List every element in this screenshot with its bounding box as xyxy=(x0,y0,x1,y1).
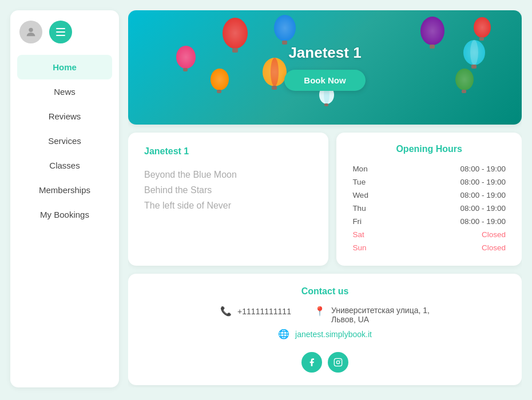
info-line-1: Beyond the Blue Moon xyxy=(144,167,312,182)
hours-day-wed: Wed xyxy=(352,191,368,199)
svg-point-7 xyxy=(176,46,196,69)
svg-point-13 xyxy=(263,58,287,86)
svg-rect-16 xyxy=(272,86,277,90)
svg-point-34 xyxy=(336,361,339,363)
svg-point-27 xyxy=(474,17,491,38)
menu-button[interactable] xyxy=(49,21,72,43)
svg-rect-29 xyxy=(479,37,484,41)
sidebar-item-memberships[interactable]: Memberships xyxy=(10,178,119,202)
svg-rect-6 xyxy=(282,41,287,45)
hours-row-wed: Wed 08:00 - 19:00 xyxy=(352,189,506,202)
contact-phone-row: 📞 +11111111111 xyxy=(220,306,291,317)
hours-day-fri: Fri xyxy=(352,217,362,226)
svg-point-24 xyxy=(470,40,478,65)
svg-point-23 xyxy=(463,40,485,65)
book-now-button[interactable]: Book Now xyxy=(284,70,365,91)
facebook-button[interactable] xyxy=(301,352,322,373)
svg-point-28 xyxy=(474,17,491,38)
hours-day-tue: Tue xyxy=(352,178,366,186)
hours-time-wed: 08:00 - 19:00 xyxy=(460,191,506,199)
location-icon: 📍 xyxy=(314,306,325,317)
svg-rect-9 xyxy=(183,68,188,71)
sidebar-item-reviews[interactable]: Reviews xyxy=(10,104,119,129)
svg-rect-33 xyxy=(334,358,342,366)
hours-day-sun: Sun xyxy=(352,243,366,252)
svg-point-8 xyxy=(176,46,196,69)
sidebar-item-my-bookings[interactable]: My Bookings xyxy=(10,202,119,227)
svg-point-14 xyxy=(271,58,279,86)
contact-address-row: 📍 Университетская улица, 1, Львов, UA xyxy=(314,306,430,324)
hero-banner: Janetest 1 Book Now xyxy=(128,10,522,125)
svg-point-2 xyxy=(223,18,248,49)
hero-balloons xyxy=(128,10,522,125)
svg-rect-3 xyxy=(232,48,238,53)
hours-card: Opening Hours Mon 08:00 - 19:00 Tue 08:0… xyxy=(336,133,522,266)
hours-title: Opening Hours xyxy=(352,144,506,154)
hours-time-sat: Closed xyxy=(482,230,506,239)
svg-point-1 xyxy=(223,18,248,49)
hours-time-fri: 08:00 - 19:00 xyxy=(460,217,506,226)
hours-day-mon: Mon xyxy=(352,165,367,173)
avatar[interactable] xyxy=(19,21,42,43)
svg-point-10 xyxy=(211,69,229,90)
main-content: Janetest 1 Book Now Janetest 1 Beyond th… xyxy=(128,10,522,387)
svg-rect-26 xyxy=(471,65,477,69)
info-card-text: Beyond the Blue Moon Behind the Stars Th… xyxy=(144,167,312,214)
nav-list: Home News Reviews Services Classes Membe… xyxy=(10,55,119,227)
instagram-button[interactable] xyxy=(328,352,348,373)
hours-time-tue: 08:00 - 19:00 xyxy=(460,178,506,186)
sidebar-item-news[interactable]: News xyxy=(10,79,119,104)
hours-time-sun: Closed xyxy=(482,243,506,252)
svg-point-0 xyxy=(29,28,33,32)
sidebar: Home News Reviews Services Classes Membe… xyxy=(10,10,119,387)
svg-rect-19 xyxy=(324,103,328,106)
hours-row-sun: Sun Closed xyxy=(352,241,506,254)
hours-row-fri: Fri 08:00 - 19:00 xyxy=(352,215,506,228)
svg-point-21 xyxy=(420,17,444,45)
svg-point-31 xyxy=(455,69,474,90)
info-line-2: Behind the Stars xyxy=(144,182,312,198)
svg-point-15 xyxy=(263,58,287,86)
middle-row: Janetest 1 Beyond the Blue Moon Behind t… xyxy=(128,133,522,266)
contact-phone: +11111111111 xyxy=(237,307,291,316)
svg-point-20 xyxy=(420,17,444,45)
svg-rect-12 xyxy=(217,90,221,93)
hours-row-mon: Mon 08:00 - 19:00 xyxy=(352,162,506,175)
contact-website-row: 🌐 janetest.simplybook.it xyxy=(278,329,372,339)
hours-time-mon: 08:00 - 19:00 xyxy=(460,165,506,173)
address-line2: Львов, UA xyxy=(331,315,430,324)
sidebar-item-services[interactable]: Services xyxy=(10,129,119,153)
hours-row-tue: Tue 08:00 - 19:00 xyxy=(352,175,506,189)
sidebar-item-home[interactable]: Home xyxy=(17,55,112,79)
contact-address: Университетская улица, 1, Львов, UA xyxy=(331,306,430,324)
sidebar-item-classes[interactable]: Classes xyxy=(10,153,119,178)
hours-time-thu: 08:00 - 19:00 xyxy=(460,204,506,213)
svg-point-25 xyxy=(463,40,485,65)
hours-day-sat: Sat xyxy=(352,230,364,239)
svg-rect-22 xyxy=(430,45,435,49)
social-icons xyxy=(301,352,348,373)
svg-point-11 xyxy=(211,69,229,90)
contact-website-link[interactable]: janetest.simplybook.it xyxy=(295,330,372,339)
hours-row-thu: Thu 08:00 - 19:00 xyxy=(352,202,506,215)
hours-row-sat: Sat Closed xyxy=(352,228,506,241)
hero-title: Janetest 1 xyxy=(288,44,361,62)
info-card-title: Janetest 1 xyxy=(144,146,312,157)
svg-point-5 xyxy=(274,15,296,41)
contact-bottom: 🌐 janetest.simplybook.it xyxy=(144,329,506,373)
info-line-3: The left side of Never xyxy=(144,198,312,213)
svg-point-4 xyxy=(274,15,296,41)
phone-icon: 📞 xyxy=(220,306,232,317)
address-line1: Университетская улица, 1, xyxy=(331,306,430,315)
svg-point-35 xyxy=(340,360,340,361)
contact-title: Contact us xyxy=(144,286,506,297)
info-card: Janetest 1 Beyond the Blue Moon Behind t… xyxy=(128,133,328,266)
hours-day-thu: Thu xyxy=(352,204,366,213)
globe-icon: 🌐 xyxy=(278,329,289,339)
svg-rect-32 xyxy=(462,90,466,93)
svg-point-30 xyxy=(455,69,474,90)
contact-card: Contact us 📞 +11111111111 📍 Университетс… xyxy=(128,274,522,385)
app-wrapper: Home News Reviews Services Classes Membe… xyxy=(0,0,532,400)
sidebar-header xyxy=(10,21,81,43)
